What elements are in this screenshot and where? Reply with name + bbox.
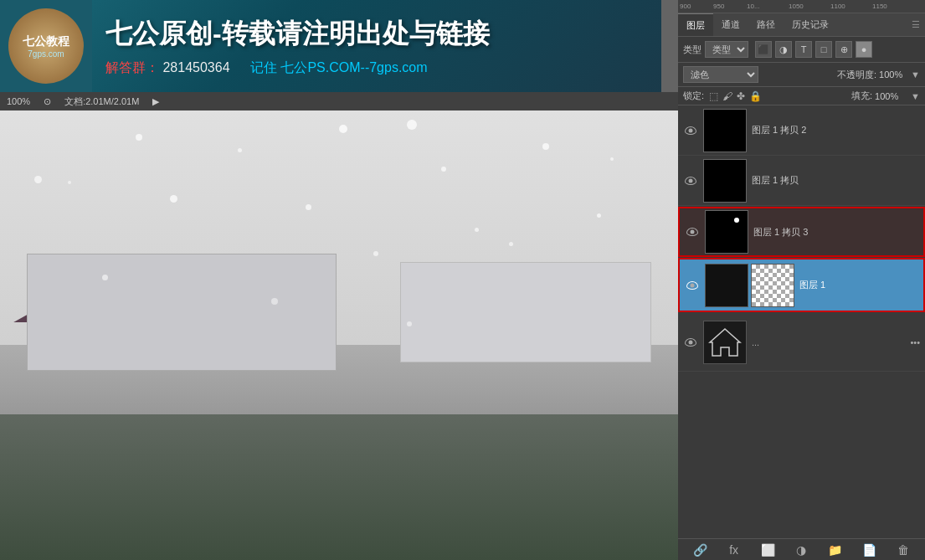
layer-thumb-mask (751, 264, 794, 307)
status-bar: 100% ⊙ 文档:2.01M/2.01M ▶ (0, 92, 678, 110)
banner-title: 七公原创-转载请注明出处与链接 (105, 16, 648, 53)
layer-thumb-main (705, 264, 748, 307)
banner-logo: 七公教程 7gps.com (0, 0, 92, 92)
layer-eye-toggle[interactable] (683, 335, 698, 350)
eye-icon (685, 338, 696, 347)
logo-en-text: 7gps.com (23, 49, 69, 59)
filter-bar: 类型 类型 ⬛ ◑ T □ ⊕ ● (678, 37, 925, 63)
panel-bottom-bar: 🔗 fx ⬜ ◑ 📁 📄 🗑 (678, 538, 925, 560)
layer-name-sketch: ... (752, 337, 905, 347)
lock-paint-icon[interactable]: 🖌 (722, 90, 732, 102)
lock-transparent-icon[interactable]: ⬚ (709, 90, 718, 102)
lock-all-icon[interactable]: 🔒 (749, 90, 762, 102)
layer-options-icon[interactable]: ••• (910, 337, 920, 347)
eye-icon (686, 281, 698, 290)
layer-item[interactable]: 图层 1 拷贝 2 (678, 105, 925, 156)
buildings-area (0, 228, 678, 439)
fill-group: 填充: 100% ▼ (851, 90, 920, 102)
eye-icon (685, 177, 696, 185)
blend-mode-select[interactable]: 滤色 (683, 66, 758, 83)
layer-name: 图层 1 拷贝 2 (752, 124, 920, 136)
lock-move-icon[interactable]: ✤ (737, 90, 745, 102)
filter-toggle[interactable]: ● (856, 41, 872, 58)
panel-tabs: 图层 通道 路径 历史记录 ☰ (678, 13, 925, 37)
logo-cn-text: 七公教程 (23, 34, 69, 49)
layer-eye-toggle[interactable] (685, 224, 700, 239)
layer-name: 图层 1 拷贝 (752, 174, 920, 187)
progress-arrow: ▶ (152, 96, 159, 107)
banner: 七公教程 7gps.com 七公原创-转载请注明出处与链接 解答群： 28145… (0, 0, 661, 92)
logo-circle: 七公教程 7gps.com (8, 8, 84, 84)
lock-icons: ⬚ 🖌 ✤ 🔒 (709, 90, 762, 102)
building-right-wall (400, 262, 651, 362)
svg-marker-0 (710, 329, 740, 356)
doc-icon: ⊙ (44, 96, 51, 107)
layer-item-sketch[interactable]: ... ••• (678, 313, 925, 372)
canvas-image (0, 110, 678, 560)
filter-text-icon[interactable]: T (795, 41, 812, 58)
main-canvas-area: 七公教程 7gps.com 七公原创-转载请注明出处与链接 解答群： 28145… (0, 0, 678, 560)
opacity-group: 不透明度: 100% ▼ (837, 69, 920, 81)
group-button[interactable]: 📁 (825, 540, 845, 560)
layer-name: 图层 1 (799, 279, 918, 291)
layer-item-copy3[interactable]: 图层 1 拷贝 3 (678, 207, 925, 257)
ruler-mark-1150: 1150 (872, 3, 887, 10)
layer-item-layer1[interactable]: 图层 1 (678, 258, 925, 312)
layer-thumb-house (703, 321, 747, 364)
tab-layers[interactable]: 图层 (678, 13, 713, 36)
layer-eye-toggle[interactable] (683, 173, 698, 188)
tab-channels[interactable]: 通道 (713, 13, 748, 36)
add-mask-button[interactable]: ⬜ (758, 540, 778, 560)
filter-label: 类型 (683, 44, 701, 56)
tab-history[interactable]: 历史记录 (784, 13, 837, 36)
filter-shape-icon[interactable]: □ (815, 41, 832, 58)
opacity-dropdown-icon[interactable]: ▼ (911, 69, 920, 80)
filter-icon-group: ⬛ ◑ T □ ⊕ ● (755, 41, 872, 58)
tree-area (0, 414, 678, 560)
building-left-wall (27, 254, 337, 371)
layer-thumbnail (703, 159, 747, 203)
banner-subtitle: 解答群： 281450364 记住 七公PS.COM--7gps.com (105, 59, 648, 77)
ruler-strip: 900 950 10... 1050 1100 1150 (678, 0, 925, 13)
eye-icon (686, 228, 698, 236)
banner-content: 七公原创-转载请注明出处与链接 解答群： 281450364 记住 七公PS.C… (92, 9, 661, 84)
lock-bar: 锁定: ⬚ 🖌 ✤ 🔒 填充: 100% ▼ (678, 87, 925, 105)
opacity-label: 不透明度: (837, 69, 876, 81)
filter-type-select[interactable]: 类型 (705, 41, 748, 58)
ruler-mark-900: 900 (680, 3, 691, 10)
banner-qq: 281450364 (162, 60, 229, 74)
banner-subtitle-prefix: 解答群： (105, 60, 159, 74)
ruler-mark-1000: 10... (747, 3, 760, 10)
doc-size: 文档:2.01M/2.01M (64, 95, 139, 108)
layers-list: 图层 1 拷贝 2 图层 1 拷贝 图层 1 拷贝 3 (678, 105, 925, 538)
link-layers-button[interactable]: 🔗 (690, 540, 710, 560)
banner-site: 记住 七公PS.COM--7gps.com (250, 60, 428, 74)
delete-layer-button[interactable]: 🗑 (893, 540, 913, 560)
filter-pixel-icon[interactable]: ⬛ (755, 41, 772, 58)
filter-adjust-icon[interactable]: ◑ (775, 41, 792, 58)
layer-name: 图层 1 拷贝 3 (753, 226, 918, 239)
opacity-value: 100% (879, 69, 908, 80)
eye-icon (685, 126, 696, 135)
new-layer-button[interactable]: 📄 (859, 540, 879, 560)
layers-panel: 类型 类型 ⬛ ◑ T □ ⊕ ● 滤色 不透明度: 100% ▼ (678, 37, 925, 560)
fill-label: 填充: (851, 90, 872, 102)
filter-smart-icon[interactable]: ⊕ (835, 41, 852, 58)
blend-bar: 滤色 不透明度: 100% ▼ (678, 63, 925, 87)
house-svg (708, 327, 742, 357)
snow-scene (0, 110, 678, 560)
layer-item[interactable]: 图层 1 拷贝 (678, 156, 925, 206)
adjustment-button[interactable]: ◑ (791, 540, 811, 560)
layer-thumb-group (705, 264, 794, 307)
ruler-mark-1050: 1050 (789, 3, 804, 10)
layer-eye-toggle[interactable] (683, 123, 698, 138)
fill-dropdown-icon[interactable]: ▼ (911, 91, 920, 101)
tab-paths[interactable]: 路径 (748, 13, 784, 36)
zoom-level: 100% (7, 96, 30, 106)
layer-thumbnail (705, 210, 748, 254)
layer-eye-toggle[interactable] (685, 278, 700, 293)
panel-menu-icon[interactable]: ☰ (907, 16, 925, 33)
lock-label: 锁定: (683, 90, 704, 102)
ruler-mark-950: 950 (713, 3, 724, 10)
fx-button[interactable]: fx (724, 540, 744, 560)
